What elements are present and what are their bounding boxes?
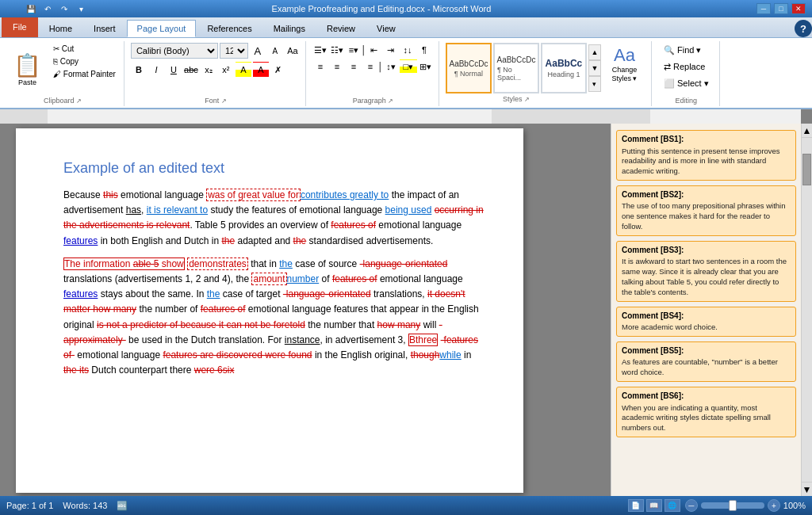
change-styles-button[interactable]: Aa ChangeStyles ▾ (603, 43, 646, 86)
document-page: Example of an edited text Because this e… (16, 128, 523, 493)
comment-bs6: Comment [BS6]: When you are indicating a… (616, 387, 796, 437)
style-no-spacing[interactable]: AaBbCcDc ¶ No Spaci... (493, 43, 539, 93)
deleted-7: -language-orientated (360, 258, 448, 269)
redo-qat-button[interactable]: ↷ (57, 2, 71, 16)
deleted-19: were 6six (194, 364, 235, 376)
styles-content: AaBbCcDc ¶ Normal AaBbCcDc ¶ No Spaci...… (446, 43, 587, 103)
bold-button[interactable]: B (131, 62, 147, 78)
close-button[interactable]: ✕ (791, 3, 806, 14)
paste-icon: 📋 (13, 52, 41, 78)
multilevel-button[interactable]: ≡▾ (346, 43, 362, 57)
strikethrough-button[interactable]: abc (183, 62, 199, 78)
sort-button[interactable]: ↕↓ (400, 43, 416, 57)
qat-more-button[interactable]: ▾ (74, 2, 88, 16)
zoom-in-button[interactable]: + (768, 499, 780, 512)
tab-file[interactable]: File (2, 17, 38, 37)
decrease-font-button[interactable]: A (267, 43, 283, 59)
increase-font-button[interactable]: A (250, 43, 266, 59)
view-buttons: 📄 📖 🌐 (628, 499, 680, 512)
deleted-13: how many (377, 319, 421, 330)
style-nospacing-label: ¶ No Spaci... (497, 66, 535, 82)
styles-scroll-down[interactable]: ▼ (588, 60, 601, 76)
style-normal[interactable]: AaBbCcDc ¶ Normal (446, 43, 492, 93)
vertical-scrollbar[interactable]: ▲ ▼ (801, 124, 812, 496)
minimize-button[interactable]: ─ (756, 3, 771, 14)
zoom-slider-thumb[interactable] (729, 500, 737, 511)
full-reading-button[interactable]: 📖 (646, 499, 662, 512)
border-button[interactable]: ⊞▾ (418, 59, 434, 74)
document-scroll[interactable]: Example of an edited text Because this e… (0, 109, 611, 496)
numbering-button[interactable]: ☷▾ (329, 43, 345, 57)
save-qat-button[interactable]: 💾 (24, 2, 38, 16)
align-left-button[interactable]: ≡ (312, 59, 328, 74)
font-color-button[interactable]: A (253, 62, 269, 78)
tab-home[interactable]: Home (39, 20, 82, 37)
underline-button[interactable]: U (166, 62, 182, 78)
tab-mailings[interactable]: Mailings (263, 20, 316, 37)
word-count: Words: 143 (63, 501, 107, 511)
format-painter-button[interactable]: 🖌 Format Painter (50, 68, 119, 80)
scroll-track (802, 201, 812, 482)
font-name-select[interactable]: Calibri (Body) (131, 43, 218, 59)
decrease-indent-button[interactable]: ⇤ (366, 43, 382, 57)
tab-page-layout[interactable]: Page Layout (127, 20, 197, 37)
justify-button[interactable]: ≡ (362, 59, 378, 74)
paragraph-align-row: ≡ ≡ ≡ ≡ │ ↕▾ □▾ ⊞▾ (312, 59, 434, 74)
subscript-button[interactable]: x₂ (201, 62, 216, 78)
scroll-down-button[interactable]: ▼ (802, 482, 812, 496)
comment-bs1: Comment [BS1]: Putting this sentence in … (616, 130, 796, 181)
comment-bs2-text: The use of too many prepositional phrase… (622, 201, 791, 231)
styles-label: Styles ↗ (446, 95, 587, 103)
bullets-button[interactable]: ☰▾ (312, 43, 328, 57)
text-highlight-button[interactable]: A (236, 62, 251, 78)
underlined-3: features (63, 288, 98, 299)
deleted-18: the its (63, 364, 89, 376)
font-size-select[interactable]: 12 (220, 43, 248, 59)
quick-access-toolbar: 💾 ↶ ↷ ▾ (24, 2, 88, 16)
window-title: Example Proofreading and Editing.docx - … (6, 4, 756, 13)
help-button[interactable]: ? (795, 20, 812, 37)
superscript-button[interactable]: x² (218, 62, 234, 78)
find-button[interactable]: 🔍 Find ▾ (658, 43, 714, 58)
tab-review[interactable]: Review (316, 20, 366, 37)
clipboard-content: 📋 Paste ✂ Cut ⎘ Copy 🖌 Format Painter (6, 43, 119, 95)
tab-references[interactable]: References (197, 20, 262, 37)
italic-button[interactable]: I (148, 62, 164, 78)
align-center-button[interactable]: ≡ (329, 59, 345, 74)
zoom-slider[interactable] (701, 502, 764, 509)
comment-bs2-title: Comment [BS2]: (622, 189, 791, 200)
align-right-button[interactable]: ≡ (346, 59, 362, 74)
zoom-out-button[interactable]: ─ (685, 499, 698, 512)
styles-more[interactable]: ▾ (588, 76, 601, 92)
deleted-8: features of (332, 273, 377, 284)
cut-button[interactable]: ✂ Cut (50, 43, 119, 55)
clear-format-btn2[interactable]: ✗ (270, 62, 286, 78)
replace-button[interactable]: ⇄ Replace (658, 59, 714, 74)
paragraph-label: Paragraph ↗ (312, 97, 434, 105)
scroll-up-button[interactable]: ▲ (802, 124, 812, 138)
deleted-9: -language-orientated (283, 288, 371, 299)
copy-button[interactable]: ⎘ Copy (50, 55, 119, 67)
increase-indent-button[interactable]: ⇥ (383, 43, 399, 57)
styles-scroll-up[interactable]: ▲ (588, 44, 601, 60)
inserted-7: while (439, 349, 461, 360)
shading-button[interactable]: □▾ (400, 59, 417, 74)
show-marks-button[interactable]: ¶ (416, 43, 432, 57)
comment-bs1-text: Putting this sentence in present tense i… (622, 147, 791, 177)
scroll-thumb[interactable] (802, 154, 811, 185)
print-view-button[interactable]: 📄 (628, 499, 644, 512)
style-heading1[interactable]: AaBbCc Heading 1 (541, 43, 587, 93)
tab-view[interactable]: View (366, 20, 406, 37)
line-spacing-button[interactable]: ↕▾ (383, 59, 399, 74)
paste-button[interactable]: 📋 Paste (6, 43, 48, 95)
web-layout-button[interactable]: 🌐 (665, 499, 680, 512)
inserted-text-1: contributes greatly to (301, 189, 389, 200)
status-right: 📄 📖 🌐 ─ + 100% (628, 499, 806, 512)
maximize-button[interactable]: □ (774, 3, 788, 14)
select-button[interactable]: ⬜ Select ▾ (658, 76, 714, 91)
inserted-2: it is relevant to (147, 204, 208, 216)
tab-insert[interactable]: Insert (83, 20, 126, 37)
separator1: │ (362, 43, 366, 57)
undo-qat-button[interactable]: ↶ (40, 2, 55, 16)
clear-format-button[interactable]: Aa (285, 43, 301, 59)
